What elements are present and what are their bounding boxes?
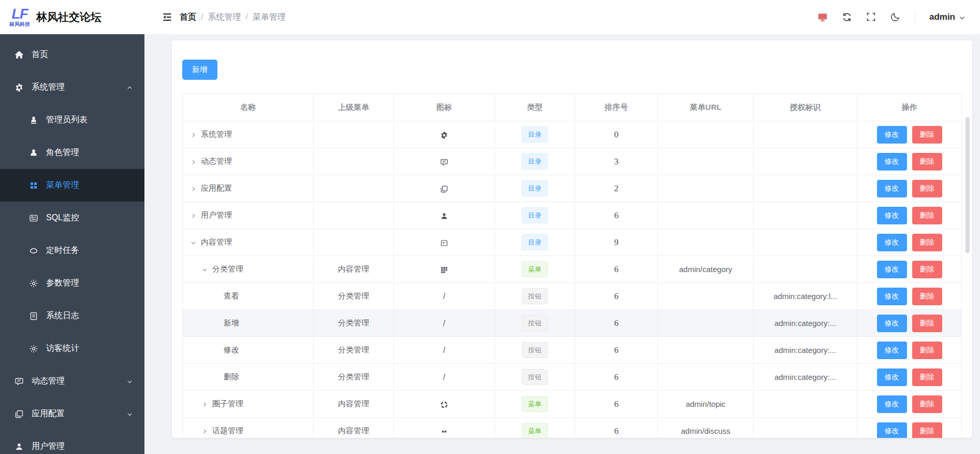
edit-button[interactable]: 修改 [877, 288, 907, 305]
home-icon [14, 50, 24, 60]
sidebar-item-label: 首页 [32, 49, 48, 60]
parent-menu-cell: 分类管理 [314, 364, 394, 391]
delete-button[interactable]: 删除 [912, 288, 942, 305]
delete-button[interactable]: 删除 [912, 207, 942, 224]
table-row: 系统管理目录0修改删除 [183, 121, 962, 148]
menu-name-label: 应用配置 [201, 183, 232, 193]
edit-button[interactable]: 修改 [877, 153, 907, 171]
sidebar-item-定时任务[interactable]: 定时任务 [0, 234, 144, 267]
sidebar-item-管理员列表[interactable]: 管理员列表 [0, 104, 144, 136]
chevron-down-icon[interactable] [190, 239, 197, 246]
chevron-right-icon[interactable] [190, 131, 197, 138]
menu-url-cell: admin/discuss [658, 418, 754, 438]
edit-button[interactable]: 修改 [877, 234, 907, 251]
sidebar-item-访客统计[interactable]: 访客统计 [0, 332, 144, 365]
edit-button[interactable]: 修改 [877, 261, 907, 278]
circle-segments-icon [440, 401, 448, 409]
menu-name-cell: 用户管理 [183, 202, 314, 229]
menu-grid-icon [29, 181, 38, 190]
sort-number-cell: 6 [575, 256, 658, 283]
type-tag: 按钮 [522, 369, 548, 385]
delete-button[interactable]: 删除 [912, 315, 942, 332]
sidebar-item-首页[interactable]: 首页 [0, 38, 144, 71]
add-button[interactable]: 新增 [182, 60, 217, 80]
fullscreen-icon[interactable] [866, 12, 876, 22]
menu-name-cell: 话题管理 [183, 418, 314, 438]
sidebar-item-角色管理[interactable]: 角色管理 [0, 136, 144, 169]
sort-number-cell: 6 [575, 202, 658, 229]
chevron-down-icon [126, 378, 133, 385]
menu-name-label: 系统管理 [201, 130, 232, 139]
user-menu[interactable]: admin [929, 12, 966, 22]
menu-type-cell: 按钮 [495, 310, 575, 337]
menu-icon-cell [394, 391, 495, 418]
sidebar-item-用户管理[interactable]: 用户管理 [0, 430, 144, 454]
chevron-right-icon[interactable] [190, 185, 197, 192]
menu-type-cell: 目录 [495, 229, 575, 256]
admin-list-icon [29, 116, 38, 125]
delete-button[interactable]: 删除 [912, 368, 942, 386]
actions-cell: 修改删除 [857, 418, 962, 438]
column-header-图标: 图标 [394, 94, 495, 121]
table-row: 内容管理目录9修改删除 [183, 229, 962, 256]
chevron-down-icon[interactable] [201, 266, 208, 273]
menu-url-cell: admin/topic [658, 391, 754, 418]
monitor-icon[interactable] [817, 12, 828, 22]
sidebar-item-SQL监控[interactable]: SQL监控 [0, 202, 144, 234]
actions-cell: 修改删除 [857, 310, 962, 337]
params-gear-icon [29, 279, 38, 288]
menu-icon-cell [394, 202, 495, 229]
menu-name-cell: 分类管理 [183, 256, 314, 283]
edit-button[interactable]: 修改 [877, 207, 907, 224]
delete-button[interactable]: 删除 [912, 180, 942, 197]
menu-icon-cell [394, 256, 495, 283]
chat-icon [14, 377, 24, 386]
role-icon [29, 148, 38, 158]
breadcrumb-item-system[interactable]: 系统管理 [208, 12, 241, 23]
moon-icon[interactable] [890, 12, 901, 22]
delete-button[interactable]: 删除 [912, 153, 942, 171]
menu-icon-cell [394, 121, 495, 148]
edit-button[interactable]: 修改 [877, 315, 907, 332]
type-tag: 按钮 [522, 315, 548, 331]
sidebar-item-应用配置[interactable]: 应用配置 [0, 398, 144, 430]
menu-name-cell: 删除 [183, 364, 314, 391]
sidebar-item-参数管理[interactable]: 参数管理 [0, 267, 144, 300]
permission-cell [754, 391, 857, 418]
sidebar-item-系统日志[interactable]: 系统日志 [0, 300, 144, 332]
edit-button[interactable]: 修改 [877, 422, 907, 438]
delete-button[interactable]: 删除 [912, 234, 942, 251]
delete-button[interactable]: 删除 [912, 395, 942, 413]
refresh-icon[interactable] [842, 12, 852, 22]
sidebar-fold-icon[interactable] [162, 12, 172, 22]
logo: LF 林风科技 林风社交论坛 [0, 0, 144, 34]
parent-menu-cell: 分类管理 [314, 283, 394, 310]
brand-mark: LF [12, 7, 28, 21]
sidebar-item-label: 菜单管理 [46, 180, 79, 191]
breadcrumb-item-home[interactable]: 首页 [180, 12, 196, 23]
menu-name-label: 删除 [224, 372, 239, 382]
delete-button[interactable]: 删除 [912, 261, 942, 278]
sidebar-item-菜单管理[interactable]: 菜单管理 [0, 169, 144, 202]
menu-name-label: 用户管理 [201, 210, 232, 220]
edit-button[interactable]: 修改 [877, 395, 907, 413]
delete-button[interactable]: 删除 [912, 126, 942, 144]
table-scrollbar-thumb[interactable] [966, 117, 970, 253]
delete-button[interactable]: 删除 [912, 342, 942, 359]
actions-cell: 修改删除 [857, 121, 962, 148]
column-header-操作: 操作 [857, 94, 962, 121]
sidebar-item-动态管理[interactable]: 动态管理 [0, 365, 144, 398]
edit-button[interactable]: 修改 [877, 126, 907, 144]
chevron-right-icon[interactable] [201, 428, 208, 434]
sidebar-item-系统管理[interactable]: 系统管理 [0, 71, 144, 104]
chevron-right-icon[interactable] [190, 212, 197, 219]
menu-type-cell: 菜单 [495, 256, 575, 283]
edit-button[interactable]: 修改 [877, 368, 907, 386]
edit-button[interactable]: 修改 [877, 342, 907, 359]
chevron-right-icon[interactable] [201, 401, 208, 407]
menu-type-cell: 目录 [495, 148, 575, 175]
delete-button[interactable]: 删除 [912, 422, 942, 438]
edit-button[interactable]: 修改 [877, 180, 907, 197]
chevron-right-icon[interactable] [190, 158, 197, 165]
parent-menu-cell [314, 202, 394, 229]
